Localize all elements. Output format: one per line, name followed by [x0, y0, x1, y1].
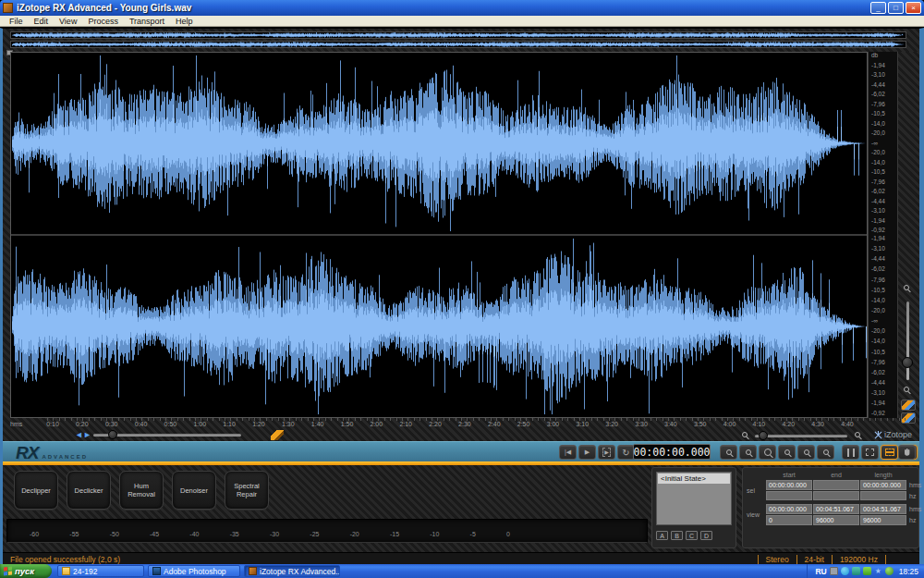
zoom-in-v-button[interactable] [817, 445, 834, 460]
messenger-icon[interactable] [841, 567, 849, 575]
time-tick-label: 0:10 [46, 421, 59, 427]
zoom-in-h-button[interactable] [739, 445, 757, 460]
horizontal-zoom-out-icon[interactable] [742, 432, 748, 437]
view-length-hz[interactable]: 96000 [860, 515, 906, 525]
preset-slot-button[interactable]: B [671, 531, 683, 540]
language-indicator[interactable]: RU [815, 567, 826, 576]
shield-icon[interactable] [852, 567, 860, 575]
vertical-bars-icon [847, 449, 855, 457]
start-button[interactable]: пуск [0, 564, 52, 578]
vertical-zoom-track[interactable] [906, 301, 909, 380]
db-tick-label: -0,92 [871, 411, 897, 417]
module-button[interactable]: Declicker [67, 471, 111, 510]
module-button[interactable]: Declipper [14, 471, 58, 510]
overview-waveform-right[interactable] [10, 41, 906, 48]
sel-end-hms[interactable] [813, 480, 859, 490]
app-frame: db -1,94-3,10-4,44-6,02-7,96-10,5-14,0-2… [0, 28, 924, 564]
db-tick-label: -14,0 [871, 160, 897, 166]
preset-slot-button[interactable]: C [686, 531, 698, 540]
windows-logo-icon [4, 567, 12, 576]
time-tick-label: 3:40 [664, 421, 677, 427]
view-start-hms[interactable]: 00:00:00.000 [766, 504, 812, 514]
sel-start-hz[interactable] [766, 491, 812, 500]
horizontal-zoom-knob[interactable] [759, 431, 768, 440]
horizontal-zoom-track[interactable] [755, 435, 847, 437]
view-end-hms[interactable]: 00:04:51.067 [813, 504, 859, 514]
sel-length-hms[interactable]: 00:00:00.000 [860, 480, 906, 490]
restore-button[interactable]: □ [888, 2, 904, 14]
view-length-hms[interactable]: 00:04:51.067 [860, 504, 906, 514]
taskbar-item-rx[interactable]: iZotope RX Advanced... [244, 565, 340, 577]
preset-slot-button[interactable]: A [656, 531, 668, 540]
view-start-hz[interactable]: 0 [766, 515, 812, 525]
db-tick-label: -10,5 [871, 288, 897, 294]
menu-item[interactable]: Process [82, 17, 124, 26]
db-tick-label: -14,0 [871, 121, 897, 128]
sel-length-hz[interactable] [860, 491, 906, 500]
vertical-zoom-knob[interactable] [902, 357, 913, 368]
waveform-display[interactable] [10, 52, 868, 418]
unit-label: hz [907, 515, 920, 525]
vertical-zoom-in-icon[interactable] [904, 285, 909, 290]
waveform-tool-button[interactable] [881, 445, 898, 460]
module-button[interactable]: Spectral Repair [225, 471, 269, 510]
drive-icon[interactable] [830, 567, 838, 575]
lower-panel: DeclipperDeclickerHum RemovalDenoiserSpe… [3, 465, 919, 552]
zoom-fit-button[interactable] [778, 445, 796, 460]
scroll-arrows-icon[interactable]: ◄► [75, 431, 91, 439]
overview-strip[interactable] [10, 31, 906, 50]
menu-item[interactable]: View [54, 17, 82, 26]
menu-item[interactable]: Edit [29, 17, 55, 26]
time-selection-tool-button[interactable] [842, 445, 859, 460]
time-tick-label: 4:10 [753, 421, 766, 427]
waveform-channel-right[interactable] [11, 236, 867, 417]
time-tick-label: 4:20 [782, 421, 795, 427]
db-tick-label: -14,0 [871, 338, 897, 345]
taskbar-item-folder[interactable]: 24-192 [57, 565, 144, 577]
hand-tool-button[interactable] [898, 445, 916, 460]
play-button[interactable]: ▶ [578, 445, 596, 460]
preset-selected-item[interactable]: <Initial State> [658, 473, 730, 484]
scroll-slider-knob[interactable] [108, 430, 117, 439]
play-selection-button[interactable]: ▶ [598, 445, 615, 460]
sel-end-hz[interactable] [813, 491, 859, 500]
edit-tool-button[interactable] [901, 400, 916, 411]
menu-item[interactable]: Transport [124, 17, 170, 26]
zoom-out-v-button[interactable] [797, 445, 815, 460]
view-end-hz[interactable]: 96000 [813, 515, 859, 525]
sample-rate: 192000 Hz [832, 555, 886, 564]
right-tool-column [898, 52, 919, 418]
waveform-channel-left[interactable] [11, 53, 867, 234]
sel-row: sel 00:00:00.000 00:00:00.000 hms hz [745, 480, 917, 500]
db-tick-label: -7,96 [871, 179, 897, 186]
module-button[interactable]: Denoiser [172, 471, 216, 510]
region-selection-tool-button[interactable] [861, 445, 879, 460]
close-button[interactable]: × [906, 2, 921, 14]
go-to-start-button[interactable]: |◀ [559, 445, 577, 460]
network-icon[interactable] [885, 567, 894, 575]
db-tick-label: -1,94 [871, 400, 897, 407]
zoom-out-h-button[interactable] [720, 445, 737, 460]
db-tick-label: -3,10 [871, 72, 897, 79]
menu-item[interactable]: File [4, 17, 29, 26]
zoom-selection-button[interactable] [759, 445, 776, 460]
horizontal-zoom-in-icon[interactable] [855, 432, 860, 437]
preset-slot-button[interactable]: D [700, 531, 712, 540]
system-tray: RU ★ 18:25 [807, 564, 924, 578]
time-ruler[interactable]: hms 0:100:200:300:400:501:001:101:201:30… [10, 418, 906, 430]
time-tick-label: 2:50 [517, 421, 530, 427]
pencil-icon[interactable] [271, 430, 284, 440]
sel-start-hms[interactable]: 00:00:00.000 [766, 480, 812, 490]
module-button[interactable]: Hum Removal [119, 471, 164, 510]
vertical-zoom-out-icon[interactable] [904, 387, 909, 392]
meter-tick-label: -20 [350, 531, 359, 537]
menu-item[interactable]: Help [170, 17, 199, 26]
star-icon[interactable]: ★ [874, 567, 882, 575]
bit-depth: 24-bit [796, 555, 832, 564]
preset-list[interactable]: <Initial State> [656, 472, 732, 525]
overview-waveform-left[interactable] [10, 31, 906, 39]
taskbar-item-photoshop[interactable]: Adobe Photoshop [148, 565, 240, 577]
utorrent-icon[interactable] [863, 567, 871, 575]
rewind-icon: |◀ [565, 449, 571, 456]
minimize-button[interactable]: _ [870, 2, 886, 14]
